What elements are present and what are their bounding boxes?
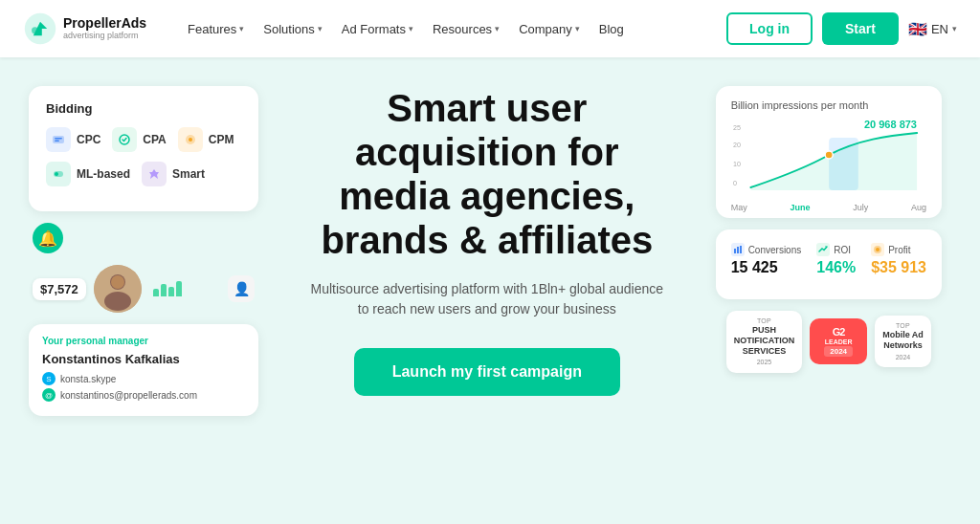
line-chart: 25 20 10 0 xyxy=(731,119,926,195)
svg-rect-3 xyxy=(55,138,62,140)
navigation: PropellerAds advertising platform Featur… xyxy=(0,0,980,57)
bid-cpm: CPM xyxy=(178,127,234,152)
main-content: Bidding CPC CPA xyxy=(0,57,980,524)
manager-label: Your personal manager xyxy=(42,336,245,346)
svg-text:10: 10 xyxy=(733,161,741,167)
money-value: $7,572 xyxy=(33,278,86,300)
badge-push-2025: TOP PUSHNOTIFICATIONSERVICES 2025 xyxy=(726,311,802,373)
stats-labels-row: Conversions 15 425 ROI 146% xyxy=(731,243,926,276)
conversions-value: 15 425 xyxy=(731,259,802,276)
svg-rect-21 xyxy=(734,249,736,253)
mlbased-icon xyxy=(46,162,71,186)
roi-icon xyxy=(816,243,830,256)
hero-subtitle: Multisource advertising platform with 1B… xyxy=(305,279,669,319)
chevron-down-icon: ▾ xyxy=(239,24,244,33)
svg-rect-23 xyxy=(740,246,742,253)
avatar xyxy=(94,265,142,313)
hero-title: Smart user acquisition for media agencie… xyxy=(321,86,653,262)
svg-text:25: 25 xyxy=(733,124,741,131)
roi-value: 146% xyxy=(816,259,856,276)
chart-peak-value: 20 968 873 xyxy=(864,119,917,130)
svg-text:0: 0 xyxy=(733,180,737,186)
svg-marker-10 xyxy=(149,169,159,179)
manager-name: Konstantinos Kafkalias xyxy=(42,352,245,366)
chart-x-labels: May June July Aug xyxy=(731,203,926,212)
badges-row: TOP PUSHNOTIFICATIONSERVICES 2025 G2 Lea… xyxy=(716,311,942,373)
profit-icon xyxy=(871,243,884,256)
bid-mlbased: ML-based xyxy=(46,162,130,186)
logo-name: PropellerAds xyxy=(63,16,146,31)
nav-company[interactable]: Company ▾ xyxy=(511,18,588,40)
logo-icon xyxy=(23,11,57,46)
launch-campaign-button[interactable]: Launch my first campaign xyxy=(354,348,620,396)
smart-icon xyxy=(142,162,167,186)
badge-mobile-ad: Top Mobile AdNetworks 2024 xyxy=(875,316,931,367)
svg-rect-22 xyxy=(737,247,739,253)
email-icon: @ xyxy=(42,388,56,402)
language-selector[interactable]: 🇬🇧 EN ▾ xyxy=(908,20,957,38)
svg-text:20: 20 xyxy=(733,142,741,148)
nav-actions: Log in Start 🇬🇧 EN ▾ xyxy=(726,12,957,45)
svg-rect-2 xyxy=(53,136,64,143)
cpc-icon xyxy=(46,127,71,152)
cpm-icon xyxy=(178,127,203,152)
impressions-chart-card: Billion impressions per month 20 968 873… xyxy=(716,86,942,218)
right-panel: Billion impressions per month 20 968 873… xyxy=(716,76,942,373)
svg-point-26 xyxy=(876,248,880,251)
svg-point-9 xyxy=(55,172,58,176)
logo-tagline: advertising platform xyxy=(63,32,146,41)
chevron-down-icon: ▾ xyxy=(409,24,413,33)
bid-row-2: ML-based Smart xyxy=(46,162,241,186)
cpa-icon xyxy=(112,127,137,152)
chart-container: 20 968 873 25 20 10 0 Ma xyxy=(731,119,926,205)
bar-chart-icon xyxy=(153,281,182,296)
login-button[interactable]: Log in xyxy=(726,12,813,45)
chevron-down-icon: ▾ xyxy=(575,24,580,33)
nav-solutions[interactable]: Solutions ▾ xyxy=(256,18,329,40)
chevron-down-icon: ▾ xyxy=(318,24,323,33)
roi-label: ROI xyxy=(816,243,856,256)
bell-icon: 🔔 xyxy=(33,223,63,253)
manager-email: @ konstantinos@propellerads.com xyxy=(42,388,245,402)
conversions-icon xyxy=(731,243,745,256)
skype-icon: S xyxy=(42,372,56,385)
chart-title: Billion impressions per month xyxy=(731,99,926,111)
avatar-image xyxy=(94,265,142,313)
bid-cpa: CPA xyxy=(112,127,166,152)
svg-point-14 xyxy=(111,275,124,289)
svg-point-1 xyxy=(32,27,38,33)
profit-value: $35 913 xyxy=(871,259,926,276)
bell-widget: 🔔 xyxy=(29,223,258,253)
nav-blog[interactable]: Blog xyxy=(591,18,632,40)
svg-rect-4 xyxy=(55,141,59,142)
user-notification-icon: 👤 xyxy=(228,275,255,302)
bid-cpc: CPC xyxy=(46,127,100,152)
bidding-card: Bidding CPC CPA xyxy=(29,86,258,211)
nav-resources[interactable]: Resources ▾ xyxy=(425,18,507,40)
nav-links: Features ▾ Solutions ▾ Ad Formats ▾ Reso… xyxy=(180,18,703,40)
nav-adformats[interactable]: Ad Formats ▾ xyxy=(334,18,421,40)
svg-point-13 xyxy=(104,292,131,311)
badge-g2-leader: G2 Leader 2024 xyxy=(810,318,867,364)
bid-smart: Smart xyxy=(142,162,205,186)
chevron-down-icon: ▾ xyxy=(495,24,500,33)
stats-card: Conversions 15 425 ROI 146% xyxy=(716,229,942,299)
left-panel: Bidding CPC CPA xyxy=(29,76,258,416)
svg-point-7 xyxy=(189,138,192,142)
roi-stat: ROI 146% xyxy=(816,243,856,276)
svg-point-20 xyxy=(825,151,833,159)
money-avatar-row: $7,572 👤 xyxy=(29,265,258,313)
conversions-stat: Conversions 15 425 xyxy=(731,243,802,276)
center-panel: Smart user acquisition for media agencie… xyxy=(278,76,697,396)
bidding-title: Bidding xyxy=(46,101,241,116)
profit-label: Profit xyxy=(871,243,926,256)
profit-stat: Profit $35 913 xyxy=(871,243,926,276)
chevron-down-icon: ▾ xyxy=(952,24,957,33)
logo[interactable]: PropellerAds advertising platform xyxy=(23,11,157,46)
conversions-label: Conversions xyxy=(731,243,802,256)
manager-skype: S konsta.skype xyxy=(42,372,245,385)
nav-features[interactable]: Features ▾ xyxy=(180,18,252,40)
start-button[interactable]: Start xyxy=(822,12,899,45)
flag-icon: 🇬🇧 xyxy=(908,20,927,38)
manager-card: Your personal manager Konstantinos Kafka… xyxy=(29,324,258,416)
